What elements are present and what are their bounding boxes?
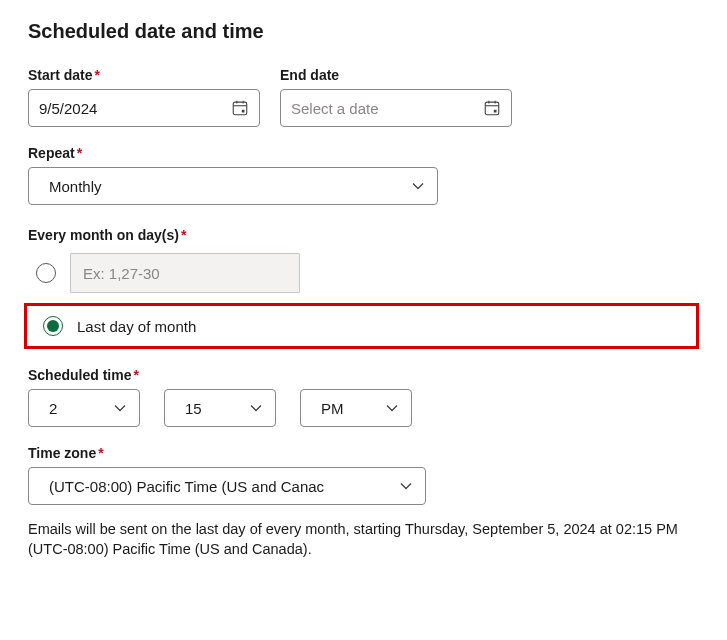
last-day-radio[interactable] (43, 316, 63, 336)
svg-rect-5 (485, 102, 499, 115)
section-heading: Scheduled date and time (28, 20, 699, 43)
scheduled-time-label: Scheduled time* (28, 367, 699, 383)
calendar-icon[interactable] (231, 99, 249, 117)
repeat-select[interactable]: Monthly (28, 167, 438, 205)
end-date-input-wrapper[interactable] (280, 89, 512, 127)
chevron-down-icon (411, 179, 425, 193)
last-day-highlight: Last day of month (24, 303, 699, 349)
monthly-days-input[interactable] (70, 253, 300, 293)
start-date-input[interactable] (39, 100, 231, 117)
end-date-input[interactable] (291, 100, 483, 117)
hour-select[interactable]: 2 (28, 389, 140, 427)
specific-days-radio[interactable] (36, 263, 56, 283)
last-day-label: Last day of month (77, 318, 196, 335)
chevron-down-icon (399, 479, 413, 493)
ampm-select[interactable]: PM (300, 389, 412, 427)
svg-rect-4 (242, 110, 245, 113)
repeat-label: Repeat* (28, 145, 699, 161)
start-date-label: Start date* (28, 67, 260, 83)
chevron-down-icon (113, 401, 127, 415)
chevron-down-icon (385, 401, 399, 415)
monthly-days-label: Every month on day(s)* (28, 227, 699, 243)
end-date-label: End date (280, 67, 512, 83)
svg-rect-9 (494, 110, 497, 113)
minute-select[interactable]: 15 (164, 389, 276, 427)
timezone-label: Time zone* (28, 445, 699, 461)
timezone-select[interactable]: (UTC-08:00) Pacific Time (US and Canac (28, 467, 426, 505)
start-date-input-wrapper[interactable] (28, 89, 260, 127)
schedule-summary: Emails will be sent on the last day of e… (28, 519, 699, 560)
calendar-icon[interactable] (483, 99, 501, 117)
svg-rect-0 (233, 102, 247, 115)
chevron-down-icon (249, 401, 263, 415)
